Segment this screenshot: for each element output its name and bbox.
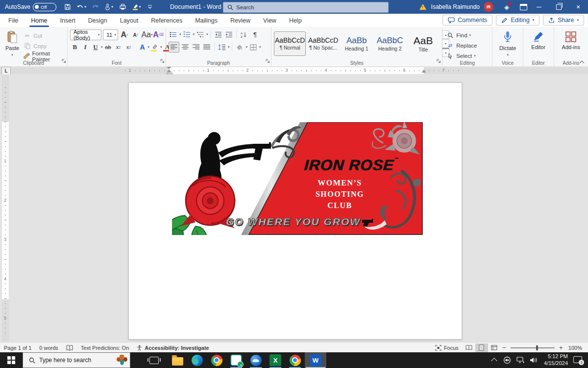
taskbar-clock[interactable]: 5:12 PM 4/15/2024 [544,353,568,367]
font-name-combo[interactable]: Aptos (Body)▾ [70,29,101,40]
strikethrough-button[interactable]: ab [103,42,113,52]
network-button[interactable] [515,355,525,365]
volume-button[interactable] [529,355,539,365]
show-hidden-icons-button[interactable] [489,355,499,365]
font-size-combo[interactable]: 11▾ [103,29,118,40]
dictate-button[interactable]: Dictate ▾ [496,29,519,58]
tab-layout[interactable]: Layout [114,14,145,27]
replace-button[interactable]: ⇄Replace [445,41,478,50]
subscript-button[interactable]: x2 [113,42,123,52]
zoom-in-button[interactable]: + [558,344,564,351]
tab-design[interactable]: Design [82,14,114,27]
taskbar-chrome-2[interactable] [285,352,305,368]
collapse-ribbon-button[interactable] [580,60,584,64]
taskbar-thunderbird[interactable] [246,352,266,368]
autosave-toggle[interactable]: Off [33,3,56,11]
show-hide-marks-button[interactable]: ¶ [250,29,260,39]
titlebar-search-box[interactable]: Search [223,2,389,13]
borders-button[interactable] [248,42,258,52]
word-count[interactable]: 0 words [35,342,62,353]
numbering-button[interactable] [182,29,192,39]
taskbar-file-explorer[interactable] [168,352,187,368]
text-predictions[interactable]: Text Predictions: On [77,342,133,353]
decrease-indent-button[interactable] [213,29,223,39]
accessibility-status[interactable]: Accessibility: Investigate [133,342,213,353]
underline-button[interactable]: U [91,42,100,52]
tab-help[interactable]: Help [283,14,308,27]
tab-home[interactable]: Home [24,14,53,27]
taskbar-converter-app[interactable] [226,352,246,368]
italic-button[interactable]: I [80,42,90,52]
align-left-button[interactable] [169,42,179,53]
highlight-color-button[interactable] [150,42,160,52]
zoom-level[interactable]: 100% [564,342,586,353]
tab-review[interactable]: Review [224,14,257,27]
editor-button[interactable]: Editor [528,29,548,52]
line-spacing-button[interactable] [217,42,227,52]
tab-references[interactable]: References [145,14,189,27]
increase-indent-button[interactable] [224,29,234,39]
shading-button[interactable] [235,42,245,52]
avatar[interactable]: IR [484,2,493,12]
tab-insert[interactable]: Insert [54,14,82,27]
save-button[interactable] [61,1,74,13]
horizontal-ruler[interactable]: 11234567 [0,67,588,74]
style-normal[interactable]: AaBbCcD ¶ Normal [274,31,306,56]
focus-button[interactable]: Focus [431,342,463,353]
undo-button[interactable]: ▾ [75,1,88,13]
read-mode-button[interactable] [463,343,475,352]
editing-mode-button[interactable]: Editing▾ [496,15,539,26]
restore-button[interactable] [549,0,568,14]
bullets-button[interactable] [169,29,178,39]
tab-file[interactable]: File [2,14,24,27]
shrink-font-button[interactable]: A˅ [131,30,141,40]
search-highlight-doodle[interactable] [116,354,128,366]
format-painter-button[interactable]: Format Painter [22,52,65,61]
ribbon-display-options-icon[interactable] [520,4,527,10]
style-no-spacing[interactable]: AaBbCcD ¶ No Spac... [307,31,339,56]
tab-view[interactable]: View [257,14,283,27]
zoom-slider[interactable] [511,347,555,348]
zoom-out-button[interactable]: − [501,344,508,351]
grow-font-button[interactable]: A˄ [120,30,129,40]
autosave-control[interactable]: AutoSave Off [5,3,56,11]
taskbar-word-active[interactable]: W [305,352,326,368]
text-effects-button[interactable]: A [137,42,147,52]
taskbar-chrome[interactable] [207,352,226,368]
share-button[interactable]: Share▾ [543,15,584,26]
align-right-button[interactable] [191,42,201,52]
bold-button[interactable]: B [70,42,80,52]
multilevel-list-button[interactable] [196,29,205,39]
sort-button[interactable]: AZ [239,29,249,39]
document-page[interactable]: IRON ROSE™ WOMEN’S SHOOTING CLUB GO WHER… [128,82,462,340]
quick-print-button[interactable] [116,1,129,13]
justify-button[interactable] [202,42,212,52]
style-heading-2[interactable]: AaBbC Heading 2 [374,31,406,56]
minimize-button[interactable] [529,0,549,14]
taskbar-edge[interactable] [187,352,207,368]
close-button[interactable]: × [568,0,588,14]
page-indicator[interactable]: Page 1 of 1 [0,342,35,353]
clear-formatting-button[interactable]: A⌫ [153,30,163,40]
select-button[interactable]: Select▾ [445,51,478,60]
start-button[interactable] [0,352,23,368]
paste-button[interactable]: Paste ▾ [2,29,22,58]
customize-quick-access-button[interactable] [144,1,156,13]
find-button[interactable]: Find▾ [445,30,478,40]
align-center-button[interactable] [180,42,190,52]
print-layout-button[interactable] [475,343,488,352]
notification-center-button[interactable]: 3 [573,355,584,365]
taskbar-search-box[interactable]: Type here to search [23,352,130,368]
change-case-button[interactable]: Aa▾ [142,30,152,40]
iron-rose-logo[interactable]: IRON ROSE™ WOMEN’S SHOOTING CLUB GO WHER… [172,122,423,235]
web-layout-button[interactable] [488,343,501,352]
meet-now-button[interactable] [502,355,512,365]
taskbar-excel[interactable]: X [266,352,285,368]
tab-stop-selector[interactable]: L [1,67,11,75]
coming-soon-gem-icon[interactable]: ◈ [504,3,509,11]
warning-icon[interactable]: ! [419,4,426,10]
tab-mailings[interactable]: Mailings [189,14,224,27]
zoom-slider-thumb[interactable] [536,345,538,350]
touch-mouse-mode-button[interactable]: ▾ [102,1,115,13]
proofing-status[interactable] [62,342,77,353]
